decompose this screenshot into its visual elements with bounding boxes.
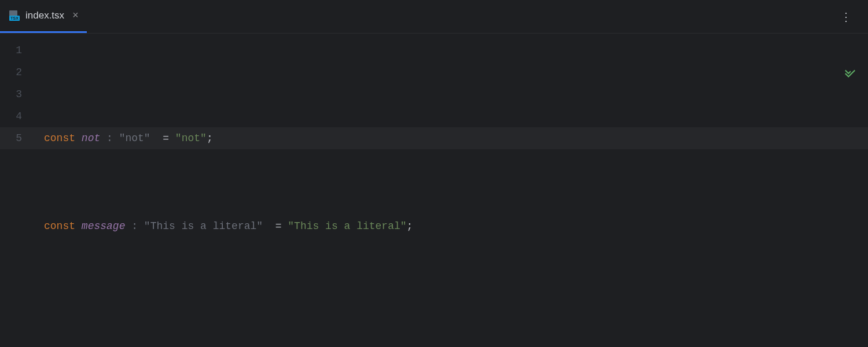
- code-line-2[interactable]: const message : "This is a literal" = "T…: [44, 215, 868, 237]
- tab-bar: TSX index.tsx × ⋮: [0, 0, 868, 34]
- tab-close-icon[interactable]: ×: [72, 10, 79, 21]
- line-number-gutter: 1 2 3 4 5: [0, 34, 35, 347]
- code-line-1[interactable]: const not : "not" = "not";: [44, 127, 868, 149]
- tsx-file-icon: TSX: [8, 9, 21, 22]
- tab-index-tsx[interactable]: TSX index.tsx ×: [0, 0, 87, 33]
- editor-area[interactable]: 1 2 3 4 5 const not : "not" = "not"; con…: [0, 34, 868, 347]
- more-icon[interactable]: ⋮: [840, 9, 852, 24]
- code-content[interactable]: const not : "not" = "not"; const message…: [35, 34, 868, 347]
- line-number: 2: [0, 61, 35, 83]
- line-number: 4: [0, 105, 35, 127]
- svg-text:TSX: TSX: [10, 16, 19, 20]
- analysis-ok-icon[interactable]: [806, 44, 856, 110]
- tab-filename: index.tsx: [25, 10, 64, 21]
- code-line-3[interactable]: [44, 303, 868, 325]
- line-number: 3: [0, 83, 35, 105]
- line-number: 1: [0, 39, 35, 61]
- svg-rect-0: [9, 10, 17, 16]
